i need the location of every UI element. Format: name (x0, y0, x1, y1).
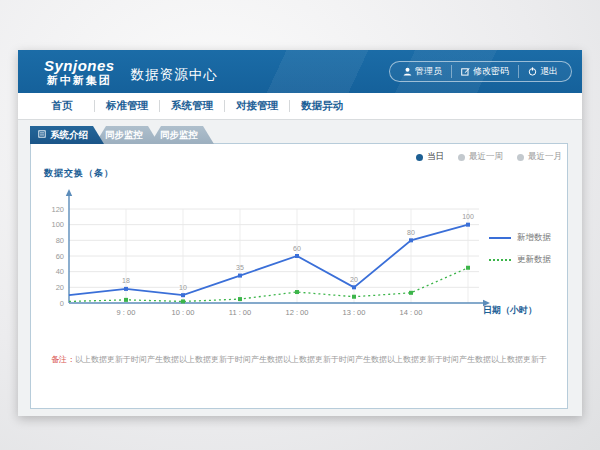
current-user-button[interactable]: 管理员 (394, 65, 451, 78)
logout-icon (528, 67, 537, 76)
svg-text:60: 60 (56, 252, 64, 261)
logout-label: 退出 (540, 65, 558, 78)
svg-text:13 : 00: 13 : 00 (343, 308, 366, 317)
tab-label: 同步监控 (160, 126, 198, 144)
svg-text:40: 40 (56, 267, 64, 276)
change-password-button[interactable]: 修改密码 (451, 65, 518, 78)
svg-text:100: 100 (462, 213, 474, 220)
svg-text:20: 20 (350, 276, 358, 283)
nav-item-system-mgmt[interactable]: 系统管理 (160, 99, 224, 113)
chart-legend: 新增数据 更新数据 (489, 232, 551, 276)
main-nav: 首页 标准管理 系统管理 对接管理 数据异动 (18, 93, 582, 120)
footnote-prefix: 备注： (51, 355, 75, 364)
svg-text:10: 10 (179, 284, 187, 291)
svg-text:9 : 00: 9 : 00 (117, 308, 136, 317)
svg-text:20: 20 (56, 283, 64, 292)
tab-label: 同步监控 (105, 126, 143, 144)
svg-text:80: 80 (56, 236, 64, 245)
svg-text:100: 100 (51, 220, 64, 229)
content-area: 系统介绍 同步监控 同步监控 当日 最近一周 (18, 120, 582, 415)
brand-logo-cn: 新中新集团 (44, 75, 115, 86)
svg-text:14 : 00: 14 : 00 (400, 308, 423, 317)
legend-item-new-data[interactable]: 新增数据 (489, 232, 551, 244)
svg-text:80: 80 (407, 229, 415, 236)
change-password-label: 修改密码 (473, 65, 509, 78)
svg-text:0: 0 (60, 299, 64, 308)
svg-text:10 : 00: 10 : 00 (172, 308, 195, 317)
footnote: 备注：以上数据更新于时间产生数据以上数据更新于时间产生数据以上数据更新于时间产生… (31, 354, 567, 365)
svg-text:60: 60 (293, 245, 301, 252)
tab-bar: 系统介绍 同步监控 同步监控 (30, 126, 214, 144)
logout-button[interactable]: 退出 (518, 65, 567, 78)
tab-sync-monitor-1[interactable]: 同步监控 (95, 126, 159, 144)
svg-text:35: 35 (236, 264, 244, 271)
document-icon (38, 126, 46, 144)
user-icon (403, 67, 412, 76)
dotted-line-icon (489, 259, 511, 261)
brand-logo: Synjones 新中新集团 (44, 58, 115, 86)
nav-item-data-change[interactable]: 数据异动 (290, 99, 354, 113)
svg-text:120: 120 (51, 205, 64, 214)
brand-logo-en: Synjones (44, 58, 115, 73)
legend-label: 更新数据 (517, 254, 551, 266)
app-header: Synjones 新中新集团 数据资源中心 管理员 修改密码 退出 (18, 50, 582, 93)
edit-icon (461, 67, 470, 76)
x-axis-title: 日期（小时） (483, 304, 537, 317)
svg-text:11 : 00: 11 : 00 (229, 308, 251, 317)
legend-label: 新增数据 (517, 232, 551, 244)
chart-panel: 当日 最近一周 最近一月 数据交换（条） 0204060801001209 : … (30, 143, 568, 409)
user-toolbar: 管理员 修改密码 退出 (389, 61, 572, 82)
nav-item-home[interactable]: 首页 (30, 99, 94, 113)
tab-system-intro[interactable]: 系统介绍 (30, 126, 104, 144)
app-window: Synjones 新中新集团 数据资源中心 管理员 修改密码 退出 (18, 50, 582, 416)
page-title: 数据资源中心 (131, 66, 218, 84)
user-label: 管理员 (415, 65, 442, 78)
footnote-text: 以上数据更新于时间产生数据以上数据更新于时间产生数据以上数据更新于时间产生数据以… (75, 355, 547, 364)
tab-sync-monitor-2[interactable]: 同步监控 (150, 126, 214, 144)
nav-item-interface-mgmt[interactable]: 对接管理 (225, 99, 289, 113)
legend-item-update-data[interactable]: 更新数据 (489, 254, 551, 266)
tab-label: 系统介绍 (50, 126, 88, 144)
solid-line-icon (489, 237, 511, 239)
nav-item-standard-mgmt[interactable]: 标准管理 (95, 99, 159, 113)
svg-text:12 : 00: 12 : 00 (286, 308, 309, 317)
svg-text:18: 18 (122, 277, 130, 284)
